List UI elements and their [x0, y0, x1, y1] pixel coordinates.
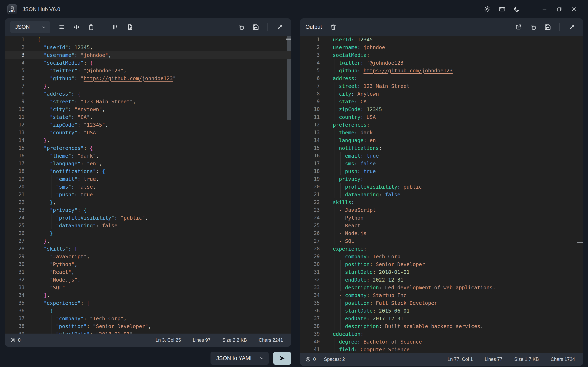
code-line[interactable]: 13"country": "USA": [5, 129, 291, 136]
code-line[interactable]: 30position: Senior Developer: [300, 260, 583, 268]
code-line[interactable]: 27},: [5, 237, 291, 245]
json-editor[interactable]: 1{2"userId": 12345,3"username": "johndoe…: [5, 36, 291, 334]
code-line[interactable]: 12preferences:: [300, 121, 583, 129]
code-line[interactable]: 19privacy:: [300, 175, 583, 183]
expand-button[interactable]: [566, 21, 578, 33]
maximize-button[interactable]: [553, 3, 565, 15]
save-button[interactable]: [542, 21, 554, 33]
code-line[interactable]: 19"email": true,: [5, 175, 291, 183]
code-line[interactable]: 5github: https://github.com/johndoe123: [300, 67, 583, 75]
language-select[interactable]: JSON: [10, 21, 50, 33]
code-line[interactable]: 2username: johndoe: [300, 43, 583, 51]
clear-output-button[interactable]: [327, 21, 339, 33]
code-line[interactable]: 12"zipCode": "12345",: [5, 121, 291, 129]
code-line[interactable]: 3"username": "johndoe",: [5, 51, 291, 59]
code-line[interactable]: 25"dataSharing": false: [5, 222, 291, 229]
code-line[interactable]: 23"privacy": {: [5, 206, 291, 214]
code-line[interactable]: 13theme: dark: [300, 129, 583, 136]
code-line[interactable]: 8"address": {: [5, 90, 291, 98]
code-line[interactable]: 39education:: [300, 330, 583, 338]
code-line[interactable]: 16"theme": "dark",: [5, 152, 291, 160]
code-line[interactable]: 34],: [5, 291, 291, 299]
code-line[interactable]: 4twitter: '@johndoe123': [300, 59, 583, 67]
file-export-button[interactable]: [124, 21, 136, 33]
settings-button[interactable]: [481, 3, 493, 15]
code-line[interactable]: 29"JavaScript",: [5, 253, 291, 260]
code-line[interactable]: 38description: Built scalable backend se…: [300, 322, 583, 330]
code-line[interactable]: 36{: [5, 307, 291, 315]
code-line[interactable]: 38"position": "Senior Developer",: [5, 322, 291, 330]
copy-button[interactable]: [235, 21, 247, 33]
keyboard-button[interactable]: [496, 3, 508, 15]
code-line[interactable]: 10"city": "Anytown",: [5, 105, 291, 113]
code-line[interactable]: 33"SQL": [5, 284, 291, 291]
code-line[interactable]: 7street: 123 Main Street: [300, 82, 583, 90]
code-line[interactable]: 35"experience": [: [5, 299, 291, 307]
code-line[interactable]: 18"notifications": {: [5, 167, 291, 175]
code-line[interactable]: 39"startDate": "2018-01-01",: [5, 330, 291, 334]
code-line[interactable]: 9state: CA: [300, 98, 583, 105]
code-line[interactable]: 6"github": "https://github.com/johndoe12…: [5, 75, 291, 82]
code-line[interactable]: 26}: [5, 229, 291, 237]
code-line[interactable]: 5"twitter": "@johndoe123",: [5, 67, 291, 75]
code-line[interactable]: 33description: Led development of web ap…: [300, 284, 583, 291]
code-line[interactable]: 37endDate: 2017-12-31: [300, 315, 583, 322]
clipboard-button[interactable]: [85, 21, 97, 33]
code-line[interactable]: 41field: Computer Science: [300, 346, 583, 353]
close-button[interactable]: [568, 3, 580, 15]
code-line[interactable]: 20"sms": false,: [5, 183, 291, 191]
code-line[interactable]: 17sms: false: [300, 160, 583, 167]
code-line[interactable]: 32endDate: 2022-12-31: [300, 276, 583, 284]
save-button[interactable]: [250, 21, 262, 33]
code-link[interactable]: https://github.com/johndoe123: [84, 75, 173, 81]
code-line[interactable]: 31startDate: 2018-01-01: [300, 268, 583, 276]
code-line[interactable]: 11"state": "CA",: [5, 113, 291, 121]
code-line[interactable]: 25- React: [300, 222, 583, 229]
code-line[interactable]: 1userId: 12345: [300, 36, 583, 43]
code-line[interactable]: 11country: USA: [300, 113, 583, 121]
align-left-button[interactable]: [56, 21, 68, 33]
code-line[interactable]: 6address:: [300, 75, 583, 82]
minimize-button[interactable]: [539, 3, 550, 15]
code-line[interactable]: 23- JavaScript: [300, 206, 583, 214]
code-line[interactable]: 27- SQL: [300, 237, 583, 245]
code-line[interactable]: 35position: Full Stack Developer: [300, 299, 583, 307]
code-line[interactable]: 15notifications:: [300, 144, 583, 152]
code-line[interactable]: 8city: Anytown: [300, 90, 583, 98]
code-line[interactable]: 15"preferences": {: [5, 144, 291, 152]
convert-button[interactable]: [273, 352, 291, 365]
code-line[interactable]: 22skills:: [300, 198, 583, 206]
code-line[interactable]: 10zipCode: 12345: [300, 105, 583, 113]
code-line[interactable]: 17"language": "en",: [5, 160, 291, 167]
code-line[interactable]: 28"skills": [: [5, 245, 291, 253]
code-line[interactable]: 20profileVisibility: public: [300, 183, 583, 191]
code-line[interactable]: 29- company: Tech Corp: [300, 253, 583, 260]
code-line[interactable]: 1{: [5, 36, 291, 43]
code-line[interactable]: 28experience:: [300, 245, 583, 253]
code-line[interactable]: 22},: [5, 198, 291, 206]
code-line[interactable]: 40degree: Bachelor of Science: [300, 338, 583, 346]
code-line[interactable]: 4"socialMedia": {: [5, 59, 291, 67]
share-button[interactable]: [512, 21, 524, 33]
code-line[interactable]: 32"Node.js",: [5, 276, 291, 284]
expand-button[interactable]: [274, 21, 286, 33]
moon-button[interactable]: [511, 3, 523, 15]
copy-button[interactable]: [527, 21, 539, 33]
code-line[interactable]: 21"push": true: [5, 191, 291, 198]
code-line[interactable]: 24"profileVisibility": "public",: [5, 214, 291, 222]
code-line[interactable]: 34- company: Startup Inc: [300, 291, 583, 299]
code-line[interactable]: 18push: true: [300, 167, 583, 175]
code-line[interactable]: 3socialMedia:: [300, 51, 583, 59]
code-link[interactable]: https://github.com/johndoe123: [363, 68, 453, 74]
code-line[interactable]: 30"Python",: [5, 260, 291, 268]
code-line[interactable]: 14language: en: [300, 136, 583, 144]
columns-button[interactable]: [109, 21, 121, 33]
code-line[interactable]: 21dataSharing: false: [300, 191, 583, 198]
code-line[interactable]: 37"company": "Tech Corp",: [5, 315, 291, 322]
code-line[interactable]: 16email: true: [300, 152, 583, 160]
code-line[interactable]: 2"userId": 12345,: [5, 43, 291, 51]
code-line[interactable]: 9"street": "123 Main Street",: [5, 98, 291, 105]
conversion-mode-select[interactable]: JSON to YAML: [210, 352, 269, 365]
code-line[interactable]: 7},: [5, 82, 291, 90]
code-line[interactable]: 26- Node.js: [300, 229, 583, 237]
